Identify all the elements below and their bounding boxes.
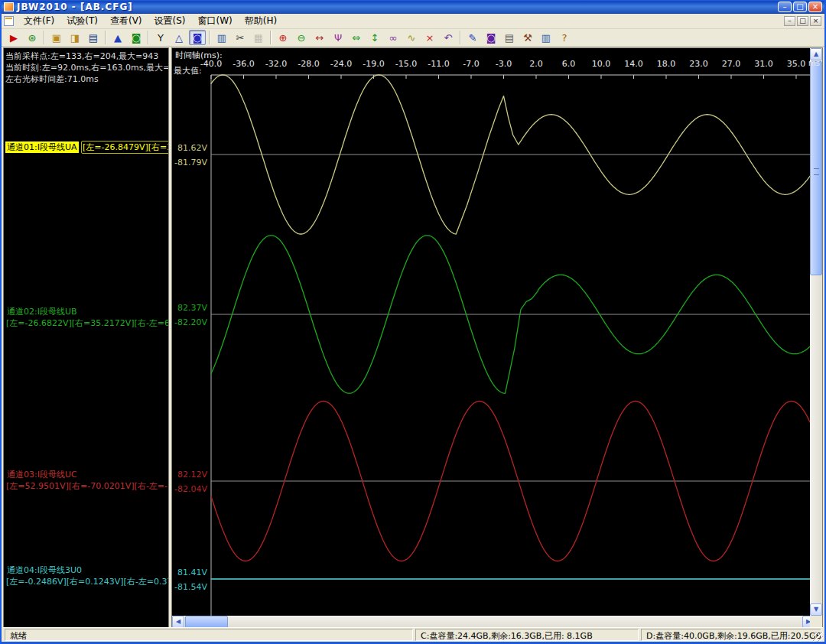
zoom-out-button[interactable]: ⊖	[293, 30, 310, 45]
scrollbar-corner	[810, 616, 822, 628]
open-record-button[interactable]: ◨	[67, 30, 83, 45]
menu-bar: 文件(F) 试验(T) 查看(V) 设置(S) 窗口(W) 帮助(H) – □ …	[2, 14, 824, 29]
menu-help[interactable]: 帮助(H)	[239, 13, 283, 29]
channel-max-label: 82.37V	[177, 303, 207, 313]
mdi-minimize-button[interactable]: –	[784, 16, 795, 26]
menu-file[interactable]: 文件(F)	[18, 13, 60, 29]
help-button[interactable]: ?	[556, 30, 573, 45]
probe-y-button[interactable]: Y	[152, 30, 169, 45]
save-button[interactable]: ▤	[85, 30, 102, 45]
open-file-button[interactable]: ▣	[48, 30, 65, 45]
delete-button[interactable]: ×	[421, 30, 438, 45]
toolbar-separator	[105, 31, 106, 44]
glasses-view-button[interactable]: ∞	[385, 30, 402, 45]
restore-button[interactable]: □	[793, 2, 807, 12]
menu-view[interactable]: 查看(V)	[104, 13, 148, 29]
tools-button[interactable]: ⚒	[519, 30, 536, 45]
edit-button[interactable]: ✎	[464, 30, 481, 45]
report-button[interactable]: ▥	[538, 30, 554, 45]
vector-triangle-button[interactable]: △	[171, 30, 187, 45]
undo-button[interactable]: ↶	[440, 30, 457, 45]
waveform-panel[interactable]: 时间轴(ms): 最大值: -40.0-36.0-32.0-28.0-24.0-…	[171, 47, 823, 629]
h-expand-button[interactable]: ⇔	[348, 30, 365, 45]
test-settings-button[interactable]: ⊛	[24, 30, 41, 45]
x-tick-label: 23.0	[689, 59, 708, 69]
waveform-monitor-button[interactable]: ◙	[128, 30, 145, 45]
cursor-delta-info: 左右光标时间差:71.0ms	[5, 73, 167, 85]
x-tick-label: 31.0	[754, 59, 773, 69]
mdi-close-button[interactable]: ×	[810, 16, 821, 26]
channel-title: 通道02:Ⅰ段母线UB	[5, 306, 79, 317]
channel-title: 通道04:Ⅰ段母线3U0	[5, 564, 83, 576]
channel-item-ua[interactable]: 通道01:Ⅰ段母线UA [左=-26.8479V][右=35.2172V][右-…	[5, 141, 168, 154]
toolbar: ▶⊛▣◨▤▲◙Y△◙▥✂▦⊕⊖↔Ψ⇔↕∞∿×↶✎◙▤⚒▥?	[2, 29, 824, 47]
x-tick-label: 14.0	[624, 59, 643, 69]
x-tick-label: -15.0	[395, 59, 417, 69]
toolbar-separator	[270, 31, 272, 44]
status-bar: 就绪 C:盘容量:24.4GB,剩余:16.3GB,已用: 8.1GB D:盘容…	[3, 627, 823, 642]
copy-button[interactable]: ▥	[213, 30, 230, 45]
x-tick-label: -28.0	[298, 59, 319, 69]
channel-max-label: 81.41V	[177, 568, 207, 577]
cursor-sample-info: 当前采样点:左=133,右=204,最大=943	[5, 50, 167, 62]
horizontal-scrollbar[interactable]: ◀ ▶	[172, 616, 815, 628]
close-button[interactable]: ×	[808, 2, 822, 12]
toolbar-separator	[148, 31, 149, 44]
x-tick-label: 35.0	[787, 59, 806, 69]
scroll-left-button[interactable]: ◀	[172, 616, 184, 628]
menu-settings[interactable]: 设置(S)	[148, 13, 192, 29]
scroll-down-button[interactable]: ▼	[810, 603, 822, 616]
sine-view-button[interactable]: ∿	[403, 30, 420, 45]
document-icon[interactable]	[4, 16, 14, 26]
status-disk-d: D:盘容量:40.0GB,剩余:19.6GB,已用:20.5GB	[641, 629, 821, 641]
vertical-scrollbar[interactable]: ▲ ▼	[810, 48, 822, 616]
app-icon	[4, 2, 14, 11]
x-tick-label: -11.0	[428, 59, 449, 69]
x-tick-label: -3.0	[496, 59, 512, 69]
channel-values: [左=-26.6822V][右=35.2172V][右-左=61.8994V]	[5, 317, 168, 329]
horizontal-scroll-thumb[interactable]	[185, 616, 228, 628]
mdi-restore-button[interactable]: □	[797, 16, 808, 26]
split-channel-button[interactable]: Ψ	[330, 30, 346, 45]
x-tick-label: 6.0	[562, 59, 576, 69]
menu-window[interactable]: 窗口(W)	[192, 13, 239, 29]
x-tick-label: -24.0	[330, 59, 352, 69]
channel-min-label: -81.54V	[174, 582, 207, 592]
vertical-scroll-thumb[interactable]	[810, 61, 822, 275]
x-tick-label: -19.0	[363, 59, 384, 69]
channel-item-uc[interactable]: 通道03:Ⅰ段母线UC [左=52.9501V][右=-70.0201V][右-…	[5, 469, 168, 492]
channel-values: [左=52.9501V][右=-70.0201V][右-左=-122.9702V…	[5, 480, 168, 492]
channel-min-label: -81.79V	[174, 158, 207, 168]
minimize-button[interactable]: –	[778, 2, 792, 12]
waveform-canvas[interactable]: 81.62V-81.79V82.37V-82.20V82.12V-82.04V8…	[172, 48, 815, 616]
app-window: JBW2010 - [AB.CFG] – □ × 文件(F) 试验(T) 查看(…	[0, 0, 826, 644]
channel-item-ub[interactable]: 通道02:Ⅰ段母线UB [左=-26.6822V][右=35.2172V][右-…	[5, 306, 168, 329]
resize-grip[interactable]	[813, 632, 823, 642]
channel-max-label: 82.12V	[177, 470, 207, 480]
monitor-button[interactable]: ◙	[483, 30, 499, 45]
vector-analysis-button[interactable]: ▲	[109, 30, 126, 45]
wave-view-button[interactable]: ◙	[189, 30, 206, 45]
channel-values: [左=-26.8479V][右=35.2172V][右-左=62.0651V]	[81, 141, 169, 154]
channel-title: 通道01:Ⅰ段母线UA	[5, 141, 79, 153]
x-tick-label: 2.0	[529, 59, 543, 69]
channel-item-3u0[interactable]: 通道04:Ⅰ段母线3U0 [左=-0.2486V][右=0.1243V][右-左…	[5, 564, 168, 587]
channel-min-label: -82.20V	[174, 317, 207, 327]
menu-test[interactable]: 试验(T)	[60, 13, 104, 29]
run-test-button[interactable]: ▶	[5, 30, 22, 45]
channel-info-panel: 当前采样点:左=133,右=204,最大=943 当前时刻:左=92.0ms,右…	[3, 47, 169, 629]
v-expand-button[interactable]: ↕	[366, 30, 383, 45]
x-tick-label: 10.0	[592, 59, 611, 69]
print-button[interactable]: ▤	[501, 30, 518, 45]
x-tick-label: 27.0	[722, 59, 741, 69]
toolbar-separator	[460, 31, 461, 44]
cut-button[interactable]: ✂	[232, 30, 249, 45]
cursor-time-info: 当前时刻:左=92.0ms,右=163.0ms,最大=3659.0ms	[5, 62, 167, 73]
x-tick-label: 18.0	[657, 59, 676, 69]
x-tick-label: -36.0	[233, 59, 254, 69]
x-tick-label: -32.0	[265, 59, 287, 69]
h-compress-button[interactable]: ↔	[311, 30, 328, 45]
x-axis-unit: ms	[808, 59, 820, 67]
zoom-in-button[interactable]: ⊕	[275, 30, 291, 45]
time-axis-header: 时间轴(ms): 最大值: -40.0-36.0-32.0-28.0-24.0-…	[172, 48, 810, 74]
